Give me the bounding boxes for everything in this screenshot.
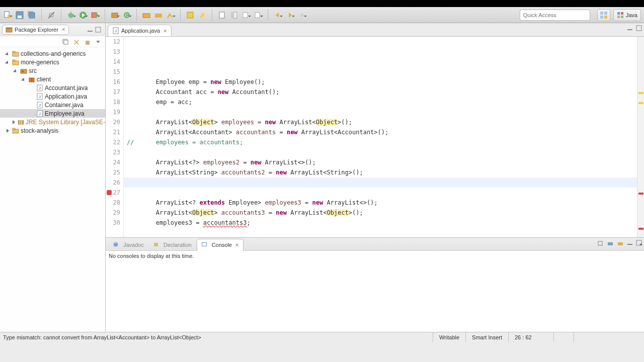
toggle-icon[interactable] (14, 68, 19, 73)
close-icon[interactable]: ✕ (163, 28, 167, 34)
minimize-icon[interactable] (627, 25, 633, 31)
overview-mark[interactable] (638, 228, 643, 230)
line-number: 17 (106, 87, 120, 97)
toggle-icon[interactable] (6, 128, 11, 133)
forward-disabled-button (297, 11, 306, 20)
bottom-panel: @JavadocDeclarationConsole✕ No consoles … (106, 237, 644, 332)
tree-item[interactable]: client (0, 75, 105, 83)
nav-dropdown-1[interactable] (242, 11, 251, 20)
minimize-icon[interactable] (627, 240, 633, 247)
toggle-breadcrumb-button[interactable] (229, 11, 238, 20)
error-marker-icon[interactable] (107, 190, 112, 195)
tree-item[interactable]: stock-analysis (0, 126, 105, 135)
svg-line-11 (73, 14, 74, 15)
tree-item[interactable]: JContainer.java (0, 101, 105, 109)
skip-breakpoints-button[interactable] (47, 11, 56, 20)
overview-ruler[interactable] (637, 37, 644, 237)
open-console-icon[interactable] (617, 240, 624, 247)
tree-item[interactable]: JApplication.java (0, 92, 105, 101)
status-position: 26 : 62 (508, 332, 553, 342)
run-button[interactable] (78, 11, 88, 20)
overview-mark[interactable] (638, 193, 643, 195)
jfile-icon: J (36, 84, 43, 92)
toggle-tasks-button[interactable] (217, 11, 226, 20)
line-number: 20 (106, 117, 120, 127)
filter-icon[interactable] (84, 38, 91, 45)
nav-dropdown-2[interactable] (254, 11, 263, 20)
tree-item-label: Container.java (45, 102, 84, 109)
overview-mark[interactable] (638, 102, 643, 104)
console-icon (201, 241, 208, 248)
link-editor-icon[interactable] (73, 38, 80, 45)
open-type-button[interactable] (142, 11, 151, 20)
code-area[interactable]: Employee emp = new Employee(); Accountan… (124, 37, 644, 237)
tree-item[interactable]: more-generics (0, 58, 105, 66)
project-icon (12, 59, 19, 66)
debug-button[interactable] (66, 11, 75, 20)
save-button[interactable] (15, 11, 24, 20)
highlight-button[interactable] (198, 11, 207, 20)
open-task-button[interactable] (154, 11, 163, 20)
tree-item[interactable]: JAccountant.java (0, 83, 105, 92)
svg-text:@: @ (114, 242, 118, 247)
package-explorer-icon (6, 26, 13, 33)
new-button[interactable] (3, 11, 12, 20)
overview-mark[interactable] (638, 92, 643, 94)
collapse-all-icon[interactable] (62, 38, 69, 45)
toggle-icon[interactable] (12, 120, 16, 125)
open-perspective-button[interactable] (597, 9, 610, 21)
run-external-button[interactable] (91, 11, 100, 20)
editor-tab-application[interactable]: J Application.java ✕ (108, 25, 172, 36)
java-perspective-button[interactable]: Java (613, 9, 641, 21)
svg-rect-22 (219, 12, 224, 18)
svg-text:C: C (125, 13, 129, 18)
svg-rect-20 (155, 14, 162, 18)
status-writable: Writable (433, 332, 465, 342)
forward-button[interactable] (285, 11, 294, 20)
bottom-tab-javadoc[interactable]: @Javadoc (109, 239, 148, 250)
new-package-button[interactable] (110, 11, 119, 20)
package-explorer-toolbar (0, 36, 105, 47)
toggle-icon[interactable] (6, 60, 11, 65)
quick-access-input[interactable] (520, 10, 590, 21)
maximize-icon[interactable] (636, 25, 642, 31)
package-explorer-tab[interactable]: Package Explorer ✕ (2, 25, 69, 35)
code-line: ArrayList<Object> accountants3 = new Arr… (127, 208, 644, 218)
toggle-icon[interactable] (6, 51, 11, 56)
project-icon (12, 127, 19, 134)
line-number: 15 (106, 67, 120, 77)
svg-rect-3 (18, 16, 22, 18)
bottom-tab-declaration[interactable]: Declaration (149, 239, 196, 250)
svg-rect-76 (598, 241, 602, 245)
tree-item[interactable]: JEmployee.java (0, 109, 105, 118)
svg-rect-62 (18, 120, 20, 125)
svg-rect-26 (255, 13, 260, 18)
close-icon[interactable]: ✕ (61, 27, 65, 32)
save-all-button[interactable] (27, 11, 36, 20)
java-perspective-icon (617, 12, 624, 19)
toggle-icon[interactable] (22, 77, 27, 82)
tree-item[interactable]: collections-and-generics (0, 49, 105, 58)
search-button[interactable] (166, 11, 175, 20)
view-menu-icon[interactable] (95, 39, 101, 45)
new-class-button[interactable]: C (122, 11, 131, 20)
line-number-gutter[interactable]: 12131415161718192021222324252627282930 (106, 37, 124, 237)
tree-item[interactable]: JRE System Library [JavaSE- (0, 118, 105, 126)
bottom-tab-console[interactable]: Console✕ (197, 239, 244, 251)
back-button[interactable] (273, 11, 282, 20)
code-line (127, 188, 644, 198)
svg-text:J: J (39, 112, 41, 116)
minimize-icon[interactable] (87, 27, 93, 33)
svg-rect-66 (13, 128, 15, 130)
maximize-icon[interactable] (636, 240, 642, 247)
tree-item[interactable]: src (0, 66, 105, 75)
close-icon[interactable]: ✕ (235, 242, 239, 248)
display-console-icon[interactable] (607, 240, 614, 247)
project-tree[interactable]: collections-and-genericsmore-genericssrc… (0, 47, 105, 332)
status-insert: Smart Insert (465, 332, 508, 342)
maximize-icon[interactable] (95, 27, 101, 33)
toggle-mark-button[interactable] (186, 11, 195, 20)
svg-rect-79 (627, 244, 632, 245)
pin-console-icon[interactable] (597, 240, 604, 247)
library-icon (17, 119, 24, 126)
